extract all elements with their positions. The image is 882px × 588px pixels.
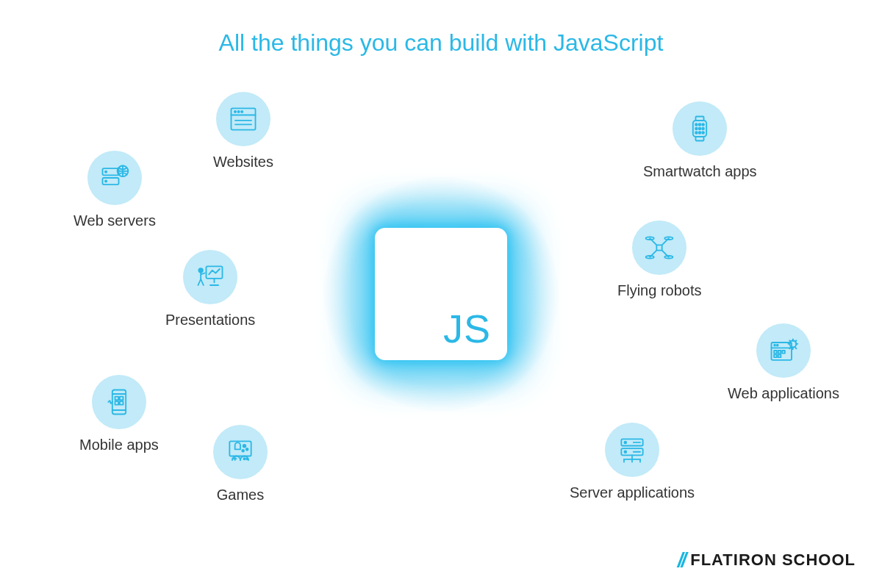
svg-rect-32 [696,117,704,121]
brand-text: FLATIRON SCHOOL [690,551,856,570]
svg-point-24 [243,445,246,448]
node-smartwatch-apps: Smartwatch apps [643,101,757,180]
web-app-gear-icon [756,323,811,378]
diagram-title: All the things you can build with JavaSc… [0,29,882,57]
browser-window-icon [216,92,270,146]
mobile-phone-icon [92,375,146,429]
drone-icon [632,220,686,275]
node-web-applications: Web applications [728,323,839,402]
node-games: Games [213,425,268,503]
server-stack-icon [605,423,659,477]
svg-point-54 [774,345,775,346]
svg-rect-57 [778,351,781,354]
svg-point-38 [699,128,701,130]
svg-rect-60 [778,355,781,358]
svg-point-36 [702,123,704,126]
svg-point-3 [237,111,239,112]
js-logo-box: JS [375,228,507,360]
server-globe-icon [87,151,142,205]
node-label: Web applications [728,385,839,402]
brand-slashes-icon: // [678,548,685,572]
svg-rect-20 [120,397,123,401]
svg-point-35 [699,123,701,126]
node-label: Smartwatch apps [643,163,757,180]
node-presentations: Presentations [165,250,255,329]
svg-point-26 [242,450,244,452]
smartwatch-icon [673,101,727,156]
svg-point-30 [246,458,248,459]
svg-rect-21 [115,401,118,405]
node-mobile-apps: Mobile apps [79,375,159,453]
svg-rect-59 [774,355,777,358]
node-websites: Websites [213,92,273,171]
svg-rect-43 [657,245,662,250]
game-console-icon [213,425,268,479]
node-label: Games [217,487,264,503]
svg-point-4 [241,111,243,112]
svg-point-9 [105,171,107,173]
svg-point-37 [695,128,698,130]
svg-rect-56 [774,351,777,354]
brand-footer: // FLATIRON SCHOOL [678,548,856,572]
svg-point-42 [702,132,704,134]
svg-rect-58 [782,351,785,354]
svg-point-55 [777,345,778,346]
svg-point-29 [243,458,245,459]
node-server-applications: Server applications [570,423,695,501]
node-web-servers: Web servers [74,151,156,229]
node-flying-robots: Flying robots [617,220,702,299]
node-label: Web servers [74,212,156,229]
node-label: Flying robots [617,282,702,299]
svg-point-34 [695,123,698,126]
node-label: Mobile apps [79,437,159,453]
svg-point-65 [625,451,627,453]
svg-rect-33 [696,137,704,141]
svg-point-39 [702,128,704,130]
node-label: Presentations [165,312,255,329]
presentation-icon [183,250,237,304]
svg-rect-19 [115,397,118,401]
node-label: Server applications [570,484,695,501]
js-logo-label: JS [443,306,491,351]
center-hub: JS [323,176,559,412]
svg-point-2 [234,111,236,112]
node-label: Websites [213,154,273,171]
svg-point-41 [699,132,701,134]
svg-point-40 [695,132,698,134]
svg-rect-22 [120,401,123,405]
svg-point-10 [105,180,107,182]
svg-point-25 [246,448,248,451]
svg-point-64 [625,442,627,444]
